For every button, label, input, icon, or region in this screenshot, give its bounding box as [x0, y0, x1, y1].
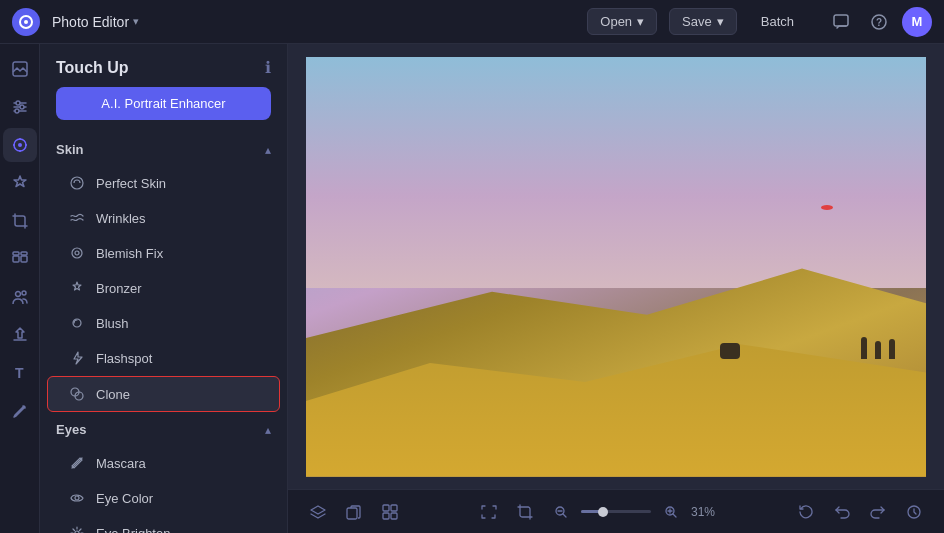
svg-rect-2 — [834, 15, 848, 26]
person-sitting — [720, 343, 740, 359]
blush-icon — [68, 314, 86, 332]
svg-rect-33 — [383, 505, 389, 511]
svg-rect-34 — [391, 505, 397, 511]
rotate-reset-icon[interactable] — [792, 498, 820, 526]
blush-label: Blush — [96, 316, 129, 331]
ai-portrait-button[interactable]: A.I. Portrait Enhancer — [56, 87, 271, 120]
sidebar-item-frames[interactable] — [3, 242, 37, 276]
zoom-control: 31% — [547, 498, 721, 526]
canvas-viewport[interactable] — [288, 44, 944, 489]
svg-point-7 — [20, 105, 24, 109]
flashspot-icon — [68, 349, 86, 367]
open-chevron: ▾ — [637, 14, 644, 29]
svg-rect-35 — [383, 513, 389, 519]
eye-color-icon — [68, 489, 86, 507]
svg-rect-17 — [13, 252, 19, 255]
open-button[interactable]: Open ▾ — [587, 8, 657, 35]
user-avatar[interactable]: M — [902, 7, 932, 37]
skin-section-chevron: ▴ — [265, 143, 271, 157]
eyes-section-header[interactable]: Eyes ▴ — [40, 412, 287, 445]
svg-point-8 — [15, 109, 19, 113]
help-icon[interactable]: ? — [864, 7, 894, 37]
bronzer-label: Bronzer — [96, 281, 142, 296]
svg-rect-36 — [391, 513, 397, 519]
canvas-area: 31% — [288, 44, 944, 533]
perfect-skin-label: Perfect Skin — [96, 176, 166, 191]
bottom-left-tools — [304, 498, 404, 526]
svg-rect-18 — [21, 252, 27, 255]
tool-item-blush[interactable]: Blush — [48, 306, 279, 340]
sidebar-item-text[interactable]: T — [3, 356, 37, 390]
bottom-bar: 31% — [288, 489, 944, 533]
save-label: Save — [682, 14, 712, 29]
svg-point-23 — [75, 251, 79, 255]
save-button[interactable]: Save ▾ — [669, 8, 737, 35]
eyes-section-chevron: ▴ — [265, 423, 271, 437]
tool-info-icon[interactable]: ℹ — [265, 58, 271, 77]
tool-item-flashspot[interactable]: Flashspot — [48, 341, 279, 375]
zoom-percent: 31% — [691, 505, 721, 519]
batch-button[interactable]: Batch — [749, 9, 806, 34]
layers-icon[interactable] — [304, 498, 332, 526]
tool-item-blemish-fix[interactable]: Blemish Fix — [48, 236, 279, 270]
redo-icon[interactable] — [864, 498, 892, 526]
tool-panel-title: Touch Up — [56, 59, 129, 77]
bottom-right-tools — [792, 498, 928, 526]
zoom-slider-thumb — [598, 507, 608, 517]
icon-sidebar: T — [0, 44, 40, 533]
svg-text:?: ? — [876, 17, 882, 28]
tool-item-eye-brighten[interactable]: Eye Brighten — [48, 516, 279, 533]
sidebar-item-draw[interactable] — [3, 394, 37, 428]
svg-line-27 — [72, 458, 82, 468]
tool-item-perfect-skin[interactable]: Perfect Skin — [48, 166, 279, 200]
zoom-slider[interactable] — [581, 510, 651, 513]
sky-layer — [306, 57, 926, 288]
zoom-out-icon[interactable] — [547, 498, 575, 526]
wrinkles-label: Wrinkles — [96, 211, 146, 226]
svg-point-6 — [16, 101, 20, 105]
save-chevron: ▾ — [717, 14, 724, 29]
tool-item-bronzer[interactable]: Bronzer — [48, 271, 279, 305]
grid-icon[interactable] — [376, 498, 404, 526]
fit-view-icon[interactable] — [475, 498, 503, 526]
comments-icon[interactable] — [826, 7, 856, 37]
clone-label: Clone — [96, 387, 130, 402]
app-logo — [12, 8, 40, 36]
sidebar-item-image[interactable] — [3, 52, 37, 86]
history-icon[interactable] — [900, 498, 928, 526]
eye-brighten-icon — [68, 524, 86, 533]
app-title: Photo Editor — [52, 14, 129, 30]
svg-rect-16 — [21, 256, 27, 262]
eye-color-label: Eye Color — [96, 491, 153, 506]
sidebar-item-people[interactable] — [3, 280, 37, 314]
zoom-in-icon[interactable] — [657, 498, 685, 526]
skin-section-header[interactable]: Skin ▴ — [40, 132, 287, 165]
mascara-icon — [68, 454, 86, 472]
open-label: Open — [600, 14, 632, 29]
svg-point-19 — [15, 292, 20, 297]
blemish-fix-label: Blemish Fix — [96, 246, 163, 261]
tool-scroll-area: Skin ▴ Perfect Skin Wrinkles — [40, 132, 287, 533]
tool-item-clone[interactable]: Clone — [47, 376, 280, 412]
eyes-section-title: Eyes — [56, 422, 86, 437]
bronzer-icon — [68, 279, 86, 297]
tool-panel-header: Touch Up ℹ — [40, 44, 287, 87]
app-title-group[interactable]: Photo Editor ▾ — [52, 14, 139, 30]
tool-item-eye-color[interactable]: Eye Color — [48, 481, 279, 515]
main-layout: T Touch Up ℹ A.I. Portrait Enhancer Skin… — [0, 44, 944, 533]
tool-panel: Touch Up ℹ A.I. Portrait Enhancer Skin ▴… — [40, 44, 288, 533]
sidebar-item-crop[interactable] — [3, 204, 37, 238]
perfect-skin-icon — [68, 174, 86, 192]
flashspot-label: Flashspot — [96, 351, 152, 366]
wrinkles-icon — [68, 209, 86, 227]
undo-icon[interactable] — [828, 498, 856, 526]
svg-point-20 — [22, 291, 26, 295]
sidebar-item-effects[interactable] — [3, 166, 37, 200]
crop-view-icon[interactable] — [511, 498, 539, 526]
sidebar-item-touchup[interactable] — [3, 128, 37, 162]
copy-icon[interactable] — [340, 498, 368, 526]
tool-item-mascara[interactable]: Mascara — [48, 446, 279, 480]
sidebar-item-adjust[interactable] — [3, 90, 37, 124]
tool-item-wrinkles[interactable]: Wrinkles — [48, 201, 279, 235]
sidebar-item-export[interactable] — [3, 318, 37, 352]
